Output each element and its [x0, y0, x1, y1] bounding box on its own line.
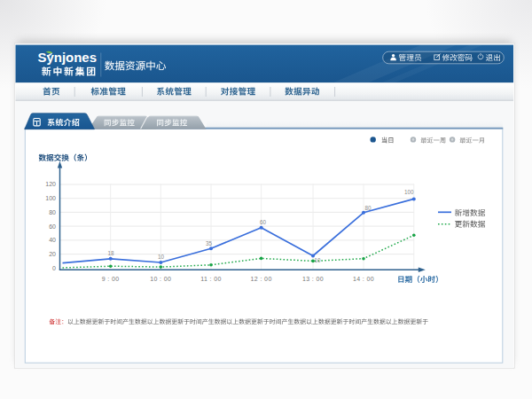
svg-text:60: 60 [260, 219, 267, 225]
svg-text:10: 10 [315, 257, 322, 263]
svg-text:10 : 00: 10 : 00 [150, 276, 171, 282]
svg-text:35: 35 [206, 240, 213, 246]
svg-text:11 : 00: 11 : 00 [200, 276, 222, 282]
svg-text:20: 20 [49, 251, 56, 257]
svg-text:18: 18 [108, 250, 115, 256]
svg-text:0: 0 [52, 265, 56, 271]
svg-text:60: 60 [49, 223, 56, 230]
svg-text:13 : 00: 13 : 00 [302, 276, 324, 282]
svg-text:14 : 00: 14 : 00 [353, 276, 374, 282]
svg-text:Synjones: Synjones [38, 51, 98, 65]
svg-text:80: 80 [49, 209, 56, 215]
svg-text:100: 100 [45, 195, 56, 201]
svg-text:10: 10 [158, 254, 165, 260]
svg-text:100: 100 [404, 189, 414, 195]
svg-text:9 : 00: 9 : 00 [102, 276, 120, 282]
svg-text:40: 40 [49, 237, 56, 243]
svg-text:12 : 00: 12 : 00 [250, 276, 271, 282]
svg-text:80: 80 [365, 205, 372, 211]
svg-text:120: 120 [45, 181, 56, 187]
